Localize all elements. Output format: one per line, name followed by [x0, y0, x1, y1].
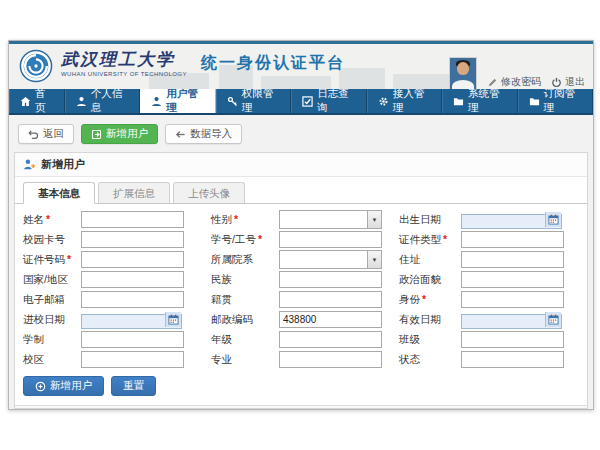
form-field: 有效日期 [399, 311, 577, 328]
text-input[interactable] [279, 291, 382, 308]
calendar-icon[interactable] [165, 312, 181, 327]
field-label: 身份* [399, 293, 461, 307]
data-import-button[interactable]: 数据导入 [165, 124, 242, 144]
nav-tab-label: 个人信息 [91, 87, 129, 115]
field-label: 邮政编码 [211, 313, 279, 327]
text-input[interactable] [279, 231, 382, 248]
gear-icon [378, 96, 389, 107]
form-field: 学号/工号* [211, 231, 389, 248]
form-field: 出生日期 [399, 211, 577, 228]
text-input[interactable] [461, 331, 564, 348]
field-label: 校区 [23, 353, 81, 367]
form-field: 政治面貌 [399, 271, 577, 288]
circle-plus-icon [35, 381, 46, 392]
main-nav: 首页个人信息用户管理权限管理日志查询接入管理系统管理订阅管理 [9, 89, 593, 115]
field-label: 进校日期 [23, 313, 81, 327]
avatar [449, 57, 477, 89]
field-label: 姓名* [23, 213, 81, 227]
undo-arrow-icon [28, 129, 39, 140]
required-asterisk: * [258, 233, 262, 245]
add-user-toolbar-button[interactable]: 新增用户 [81, 124, 158, 144]
nav-tab-5[interactable]: 日志查询 [291, 89, 366, 113]
header: 武汉理工大学 WUHAN UNIVERSITY OF TECHNOLOGY 统一… [9, 44, 593, 89]
text-input[interactable] [461, 271, 564, 288]
field-label: 国家/地区 [23, 273, 81, 287]
nav-tab-7[interactable]: 系统管理 [442, 89, 517, 113]
select-field[interactable]: ▼ [279, 210, 382, 229]
text-input[interactable] [279, 271, 382, 288]
screenshot-canvas: 武汉理工大学 WUHAN UNIVERSITY OF TECHNOLOGY 统一… [0, 0, 600, 450]
form-field: 状态 [399, 351, 577, 368]
nav-tab-label: 订阅管理 [544, 87, 582, 115]
reset-button[interactable]: 重置 [111, 376, 156, 396]
form-field: 邮政编码 [211, 311, 389, 328]
logout-link[interactable]: 退出 [551, 75, 585, 89]
dropdown-arrow-icon[interactable]: ▼ [367, 251, 381, 268]
required-asterisk: * [234, 213, 238, 225]
calendar-icon[interactable] [545, 212, 561, 227]
text-input[interactable] [81, 271, 184, 288]
field-label: 年级 [211, 333, 279, 347]
nav-tab-2[interactable]: 个人信息 [65, 89, 140, 113]
add-user-toolbar-label: 新增用户 [106, 127, 148, 141]
panel-tab-3[interactable]: 上传头像 [173, 182, 245, 203]
nav-tab-1[interactable]: 首页 [9, 89, 65, 113]
text-input[interactable] [81, 231, 184, 248]
reset-label: 重置 [123, 379, 144, 393]
field-label: 状态 [399, 353, 461, 367]
nav-tab-label: 系统管理 [468, 87, 506, 115]
date-field [461, 211, 562, 228]
select-field[interactable]: ▼ [279, 250, 382, 269]
text-input[interactable] [81, 331, 184, 348]
date-field [81, 311, 182, 328]
nav-tab-8[interactable]: 订阅管理 [518, 89, 593, 113]
field-label: 籍贯 [211, 293, 279, 307]
text-input[interactable] [81, 291, 184, 308]
text-input[interactable] [461, 251, 564, 268]
text-input[interactable] [279, 331, 382, 348]
header-user-area: 修改密码 退出 [449, 44, 585, 89]
form-field: 籍贯 [211, 291, 389, 308]
result-table-header: 学号/工号姓名性别身份所属院系操作 [15, 405, 587, 409]
nav-tab-label: 权限管理 [242, 87, 280, 115]
field-label: 出生日期 [399, 213, 461, 227]
form-field: 学制 [23, 331, 201, 348]
text-input[interactable] [81, 211, 184, 228]
home-icon [20, 96, 31, 107]
field-label: 专业 [211, 353, 279, 367]
calendar-icon[interactable] [545, 312, 561, 327]
nav-tab-label: 首页 [35, 87, 54, 115]
panel-header: 新增用户 [15, 153, 587, 177]
field-label: 证件号码* [23, 253, 81, 267]
text-input[interactable] [461, 231, 564, 248]
panel-tab-1[interactable]: 基本信息 [23, 182, 95, 204]
form-field: 身份* [399, 291, 577, 308]
content-area: 返回 新增用户 数据导入 [9, 115, 593, 409]
text-input[interactable] [81, 251, 184, 268]
text-input[interactable] [461, 291, 564, 308]
dropdown-arrow-icon[interactable]: ▼ [367, 211, 381, 228]
data-import-label: 数据导入 [190, 127, 232, 141]
form-field: 校园卡号 [23, 231, 201, 248]
form-field: 姓名* [23, 211, 201, 228]
form-field: 进校日期 [23, 311, 201, 328]
text-input[interactable] [461, 351, 564, 368]
text-input[interactable] [279, 311, 382, 328]
change-password-link[interactable]: 修改密码 [487, 75, 541, 89]
nav-tab-4[interactable]: 权限管理 [216, 89, 291, 113]
submit-add-user-button[interactable]: 新增用户 [23, 376, 104, 396]
form-field: 所属院系▼ [211, 251, 389, 268]
field-label: 电子邮箱 [23, 293, 81, 307]
form-field: 住址 [399, 251, 577, 268]
back-button[interactable]: 返回 [18, 124, 74, 144]
text-input[interactable] [279, 351, 382, 368]
text-input[interactable] [81, 351, 184, 368]
nav-tab-3[interactable]: 用户管理 [140, 89, 215, 113]
city-silhouette [261, 76, 331, 89]
toolbar: 返回 新增用户 数据导入 [14, 122, 588, 152]
arrow-left-icon [175, 129, 186, 140]
field-label: 性别* [211, 213, 279, 227]
user-icon [76, 96, 87, 107]
nav-tab-6[interactable]: 接入管理 [367, 89, 442, 113]
panel-tab-2[interactable]: 扩展信息 [98, 182, 170, 203]
